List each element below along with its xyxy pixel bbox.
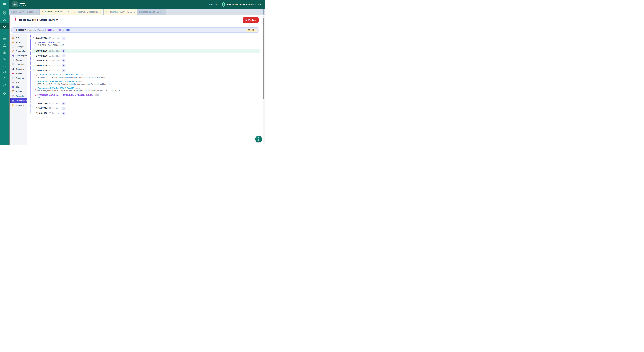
day-header[interactable]: ›15/03/202624 dias atrás5	[33, 63, 260, 68]
day-header[interactable]: ›20/03/202619 dias atrás1	[33, 36, 260, 40]
tab-2[interactable]: ★Mapa de Leitos - SO...x	[40, 9, 71, 15]
entry-title-link[interactable]: Evolução — LÍVIA F013968C B4A175	[38, 87, 74, 89]
tab-close-icon[interactable]: x	[163, 11, 164, 13]
day-header[interactable]: ›16/03/202623 dias atrás5	[33, 58, 260, 63]
sidebar-item-arquivos[interactable]: Arquivos	[10, 76, 27, 80]
tab-close-icon[interactable]: x	[134, 11, 134, 13]
tab-3[interactable]: ★Triagem de Emergênci...x	[71, 9, 104, 15]
sidebar-item-enfermagem[interactable]: Enfermagem	[10, 53, 27, 58]
sidebar-item-receita[interactable]: Receita	[10, 89, 27, 94]
day-header[interactable]: ›13/03/202626 dias atrás5	[33, 101, 260, 106]
rail-item-banknote-icon[interactable]	[0, 62, 9, 69]
patient-id: 06041507	[16, 29, 26, 31]
rail-item-person-icon[interactable]	[0, 16, 9, 23]
scrollbar-thumb[interactable]	[263, 17, 264, 99]
day-header[interactable]: ›12/03/202627 dias atrás7	[33, 106, 260, 110]
bar-chart-icon	[3, 70, 6, 74]
banknote-icon	[3, 64, 6, 67]
rail-item-bar-chart-icon[interactable]	[0, 69, 9, 75]
entry-title-link[interactable]: Evolução — ARIANE 5747C935 9C6E82	[38, 80, 77, 83]
sidebar-item-aih[interactable]: AIH	[10, 35, 27, 40]
day-header[interactable]: ›18/03/202621 dias atrás1	[32, 49, 260, 53]
sidebar-item-alergia[interactable]: Alergia	[10, 40, 27, 44]
rail-item-wrench-icon[interactable]	[0, 75, 9, 82]
pill-icon	[12, 50, 14, 52]
app-window: EHR Digital Dashboard FERNANDO F3EBF959 …	[0, 0, 265, 145]
expand-chevron-icon[interactable]: ›	[14, 29, 14, 31]
megaphone-red-icon	[12, 72, 14, 75]
rail-item-bed-icon[interactable]	[0, 36, 9, 42]
sidebar-item-controles[interactable]: Controles	[10, 62, 27, 67]
bed-link[interactable]: 0347	[66, 29, 70, 31]
sidebar-item-evolução[interactable]: Evolução	[10, 44, 27, 49]
sidebar-item-exame[interactable]: Exame	[10, 58, 27, 62]
day-date: 18/03/2026	[36, 50, 48, 52]
tab-5[interactable]: Pacientes de Alta - SO...x	[137, 9, 166, 15]
entry-title-link[interactable]: Evolução — CLEONE B91FADF4 340227	[38, 73, 78, 76]
rail-item-star-icon[interactable]	[0, 91, 9, 97]
day-header[interactable]: ›14/03/202625 dias atrás4	[33, 68, 260, 73]
day-header[interactable]: ›17/03/202622 dias atrás4	[33, 53, 260, 58]
sidebar-item-óbito[interactable]: Óbito	[10, 85, 27, 89]
close-patient-button[interactable]: ✕ Fechar	[242, 17, 258, 23]
tab-close-icon[interactable]: x	[36, 11, 37, 13]
tab-1[interactable]: Painel - SOPAI - EHR D...x	[9, 9, 40, 15]
user-menu[interactable]: FERNANDO F3EBF959 94A338 ›	[222, 2, 261, 7]
sidebar-item-label: Enfermagem	[16, 54, 27, 56]
brand-subtitle: Digital	[20, 5, 26, 6]
sidebar-item-alertas[interactable]: Alertas	[10, 71, 27, 76]
medkit-icon	[3, 51, 6, 54]
rail-item-megaphone-icon[interactable]	[0, 82, 9, 89]
clipboard-icon	[12, 36, 14, 39]
day-count-badge: 1	[62, 37, 66, 40]
tab-label: Mapa de Leitos - SO...	[45, 10, 66, 13]
vertical-scrollbar: ▲	[263, 15, 265, 145]
entry-time: 00:00	[56, 41, 60, 43]
day-entries: Evolução — CLEONE B91FADF4 34022720:25R.…	[33, 73, 259, 101]
tab-close-icon[interactable]: x	[68, 11, 69, 13]
timeline-entry[interactable]: Evolução — ARIANE 5747C935 9C6E8211:56PC…	[33, 79, 259, 86]
scroll-up-arrow[interactable]: ▲	[263, 16, 265, 17]
tab-close-icon[interactable]: x	[100, 11, 101, 13]
rail-item-flask-icon[interactable]	[0, 42, 9, 49]
day-relative: 25 dias atrás	[49, 69, 61, 72]
tab-4[interactable]: ★Pacientes - SOPAI - EH...x	[104, 9, 137, 15]
entry-time: 20:25	[79, 74, 84, 76]
timeline-entry[interactable]: Prescrição Completa — FRANCISCO C74600BE…	[33, 93, 259, 100]
rail-item-calendar-icon[interactable]	[0, 29, 9, 36]
day-header[interactable]: ›11/03/202628 dias atrás2	[33, 111, 260, 115]
day-relative: 22 dias atrás	[49, 55, 61, 57]
timeline-entry[interactable]: AIH Sem número00:00CID: A212 | Proc: 030…	[33, 40, 259, 47]
help-info-button[interactable]: i	[255, 136, 262, 142]
sidebar-item-atestado[interactable]: Atestado	[10, 94, 27, 98]
day-count-badge: 1	[62, 49, 66, 52]
ward-link[interactable]: Enf 03	[56, 29, 62, 31]
timeline-entry[interactable]: Evolução — CLEONE B91FADF4 34022720:25R.…	[33, 73, 259, 79]
sidebar-item-cadastro[interactable]: Cadastro	[10, 67, 27, 71]
timeline-day: ›11/03/202628 dias atrás2	[33, 111, 263, 115]
unit-link[interactable]: UTE	[48, 29, 52, 31]
tabstrip-scroll-thumb[interactable]	[263, 9, 264, 14]
entry-time: 09:04	[76, 87, 80, 89]
rail-item-gear-icon[interactable]	[0, 10, 9, 16]
rail-item-medkit-icon[interactable]	[0, 49, 9, 56]
entry-title-link[interactable]: AIH Sem número	[38, 41, 54, 44]
sidebar-item-prescrição[interactable]: Prescrição	[10, 49, 27, 53]
menu-icon[interactable]	[0, 1, 9, 7]
dashboard-link[interactable]: Dashboard	[206, 3, 217, 6]
sidebar-item-histórico[interactable]: Histórico	[10, 103, 27, 108]
entry-summary: # EVOLUÇÃO MÉDICA - UTE # # ID: REBEKA K…	[38, 90, 259, 92]
documents-icon	[3, 57, 6, 61]
day-date: 11/03/2026	[36, 112, 48, 114]
tab-label: Pacientes - SOPAI - EH...	[109, 11, 132, 13]
timeline-entry[interactable]: Evolução — LÍVIA F013968C B4A17509:04# E…	[33, 86, 259, 93]
rail-item-heart-pulse-icon[interactable]	[0, 23, 9, 29]
rail-item-documents-icon[interactable]	[0, 56, 9, 62]
sidebar-item-alta[interactable]: Alta	[10, 80, 27, 85]
day-relative: 27 dias atrás	[49, 107, 61, 109]
sidebar-item-linha-do-cuidado[interactable]: Linha do Cuidado	[10, 98, 27, 103]
star-icon	[3, 92, 6, 96]
entry-title-link[interactable]: Prescrição Completa — FRANCISCO C74600BE…	[38, 94, 94, 96]
day-relative: 26 dias atrás	[49, 102, 61, 105]
timeline-line	[30, 35, 31, 114]
